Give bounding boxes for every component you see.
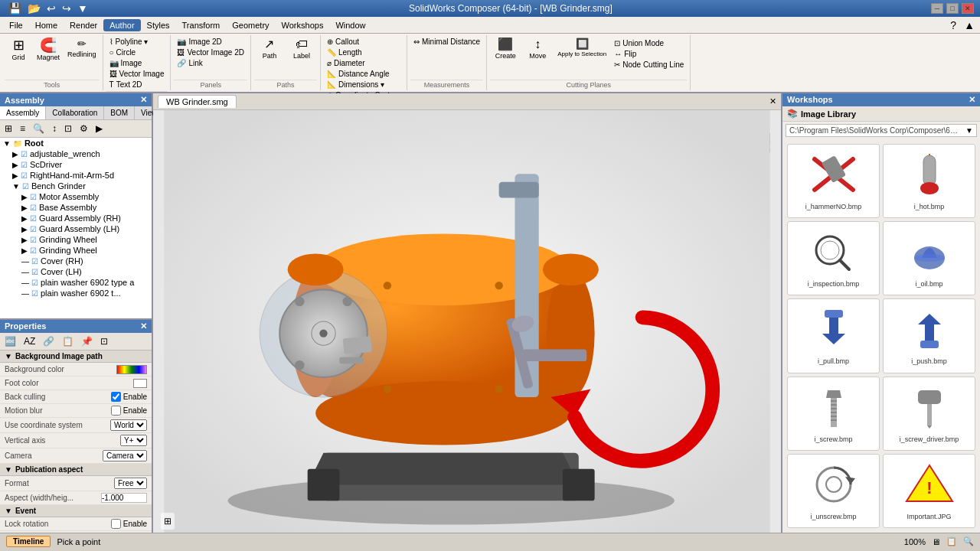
- redlining-button[interactable]: ✏ Redlining: [64, 37, 100, 60]
- library-image-hot[interactable]: i_hot.bmp: [883, 144, 975, 218]
- dimensions-button[interactable]: 📐 Dimensions ▾: [324, 80, 387, 90]
- props-grid-icon[interactable]: ⊡: [97, 334, 111, 348]
- motion-blur-checkbox[interactable]: [111, 406, 121, 416]
- props-paste-icon[interactable]: 📌: [78, 334, 96, 348]
- tree-item-washer2[interactable]: — ☑ plain washer 6902 t...: [0, 288, 152, 298]
- label-button[interactable]: 🏷 Label: [286, 37, 317, 62]
- undo-icon[interactable]: ↩: [44, 2, 58, 15]
- tree-sort-icon[interactable]: ↕: [49, 122, 60, 135]
- path-button[interactable]: ↗ Path: [254, 37, 285, 62]
- length-button[interactable]: 📏 Length: [324, 47, 365, 57]
- tree-item-base[interactable]: ▶ ☑ Base Assembly: [0, 202, 152, 213]
- menu-styles[interactable]: Styles: [141, 19, 176, 31]
- library-image-screwdriver[interactable]: i_screw_driver.bmp: [883, 377, 975, 451]
- tree-item-wheel2[interactable]: ▶ ☑ Grinding Wheel: [0, 245, 152, 256]
- props-sort-icon[interactable]: 🔤: [2, 334, 19, 348]
- maximize-button[interactable]: □: [946, 3, 959, 14]
- camera-select[interactable]: Camera: [103, 450, 147, 461]
- tree-item-wrench[interactable]: ▶ ☑ adjustable_wrench: [0, 148, 152, 159]
- tab-bom[interactable]: BOM: [104, 106, 135, 119]
- options-icon[interactable]: ▼: [75, 2, 90, 15]
- link-button[interactable]: 🔗 Link: [174, 58, 205, 68]
- library-image-inspection[interactable]: i_inspection.bmp: [787, 221, 880, 295]
- timeline-tab[interactable]: Timeline: [6, 536, 51, 547]
- library-image-important[interactable]: ! Important.JPG: [883, 454, 975, 528]
- format-select[interactable]: Free: [114, 478, 147, 489]
- tab-collaboration[interactable]: Collaboration: [46, 106, 104, 119]
- tree-filter-icon[interactable]: ≡: [17, 122, 28, 135]
- polyline-button[interactable]: ⌇ Polyline ▾: [106, 37, 152, 47]
- cutting-line-button[interactable]: ✂ Node Cutting Line: [611, 60, 687, 70]
- help-icon[interactable]: ?: [948, 18, 959, 32]
- menu-home[interactable]: Home: [29, 19, 64, 31]
- lock-rotation-checkbox[interactable]: [111, 519, 121, 529]
- redo-icon[interactable]: ↪: [60, 2, 74, 15]
- menu-window[interactable]: Window: [329, 19, 371, 31]
- menu-render[interactable]: Render: [64, 19, 103, 31]
- open-icon[interactable]: 📂: [25, 2, 43, 15]
- move-button[interactable]: ↕ Move: [522, 37, 553, 62]
- tab-assembly[interactable]: Assembly: [0, 106, 46, 119]
- menu-transform[interactable]: Transform: [176, 19, 227, 31]
- back-culling-checkbox[interactable]: [111, 392, 121, 402]
- props-section-background[interactable]: ▼ Background Image path: [0, 350, 152, 363]
- tree-grid-icon[interactable]: ⊡: [61, 122, 75, 135]
- tree-item-motor[interactable]: ▶ ☑ Motor Assembly: [0, 191, 152, 202]
- tree-search-icon[interactable]: 🔍: [30, 122, 47, 135]
- flip-button[interactable]: ↔ Flip: [611, 49, 687, 59]
- props-copy-icon[interactable]: 📋: [59, 334, 77, 348]
- save-icon[interactable]: 💾: [6, 2, 24, 15]
- distance-button[interactable]: 📐 Distance Angle: [324, 69, 393, 79]
- props-link-icon[interactable]: 🔗: [40, 334, 57, 348]
- apply-to-selection-button[interactable]: 🔲 Apply to Selection: [554, 37, 609, 60]
- vector-image-button[interactable]: 🖼 Vector Image: [106, 69, 168, 79]
- tree-item-coverrh[interactable]: — ☑ Cover (RH): [0, 256, 152, 266]
- vert-axis-select[interactable]: Y+: [120, 435, 147, 446]
- image-button[interactable]: 📷 Image: [106, 58, 145, 68]
- tree-expand-icon[interactable]: ⊞: [2, 122, 15, 135]
- tree-more-icon[interactable]: ▶: [93, 122, 106, 135]
- menu-workshops[interactable]: Workshops: [276, 19, 330, 31]
- circle-button[interactable]: ○ Circle: [106, 47, 139, 57]
- minimal-distance-button[interactable]: ⇔ Minimal Distance: [410, 37, 483, 47]
- library-image-oil[interactable]: i_oil.bmp: [883, 221, 975, 295]
- quick-access-toolbar[interactable]: 💾 📂 ↩ ↪ ▼: [6, 2, 90, 15]
- minimize-button[interactable]: ─: [931, 3, 943, 14]
- menu-author[interactable]: Author: [103, 19, 140, 31]
- library-image-hammerno[interactable]: i_hammerNO.bmp: [787, 144, 880, 218]
- image2d-button[interactable]: 📷 Image 2D: [174, 37, 224, 47]
- tree-item-washer1[interactable]: — ☑ plain washer 6902 type a: [0, 277, 152, 288]
- coord-sys-select[interactable]: World: [110, 419, 147, 431]
- props-section-event[interactable]: ▼ Event: [0, 505, 152, 517]
- library-image-unscrew[interactable]: i_unscrew.bmp: [787, 454, 880, 528]
- props-section-publication[interactable]: ▼ Publication aspect: [0, 464, 152, 476]
- props-az-icon[interactable]: AZ: [21, 334, 38, 348]
- tree-item-righthand[interactable]: ▶ ☑ RightHand-mit-Arm-5d: [0, 170, 152, 181]
- close-button[interactable]: ✕: [962, 3, 974, 14]
- tree-item-scdriver[interactable]: ▶ ☑ ScDriver: [0, 159, 152, 170]
- viewport-content[interactable]: TOP LEFT FRONT: [153, 110, 781, 533]
- diameter-button[interactable]: ⌀ Diameter: [324, 58, 368, 68]
- text2d-button[interactable]: T Text 2D: [106, 80, 145, 90]
- tree-item-wheel1[interactable]: ▶ ☑ Grinding Wheel: [0, 234, 152, 245]
- fit-view-icon[interactable]: ⊞: [162, 514, 173, 528]
- close-ribbon-icon[interactable]: ▲: [962, 18, 977, 32]
- create-button[interactable]: ⬛ Create: [490, 37, 521, 62]
- library-image-push[interactable]: i_push.bmp: [883, 298, 975, 373]
- tree-item-guardlh[interactable]: ▶ ☑ Guard Assembly (LH): [0, 223, 152, 234]
- viewport-tab[interactable]: WB Grinder.smg: [158, 95, 237, 108]
- library-image-pull[interactable]: i_pull.bmp: [787, 298, 880, 373]
- menu-file[interactable]: File: [3, 19, 29, 31]
- tree-options-icon[interactable]: ⚙: [77, 122, 91, 135]
- tree-item-root[interactable]: ▼ 📁 Root: [0, 138, 152, 148]
- vector-image2d-button[interactable]: 🖼 Vector Image 2D: [174, 47, 247, 57]
- magnet-button[interactable]: 🧲 Magnet: [34, 37, 63, 64]
- foot-color-swatch[interactable]: [133, 379, 147, 388]
- menu-geometry[interactable]: Geometry: [226, 19, 275, 31]
- aspect-input[interactable]: [101, 493, 147, 503]
- viewport-close-icon[interactable]: ✕: [769, 96, 776, 106]
- tree-item-guardrh[interactable]: ▶ ☑ Guard Assembly (RH): [0, 213, 152, 223]
- properties-close[interactable]: ✕: [140, 321, 147, 331]
- grid-button[interactable]: ⊞ Grid: [5, 37, 32, 64]
- library-image-screw[interactable]: i_screw.bmp: [787, 377, 880, 451]
